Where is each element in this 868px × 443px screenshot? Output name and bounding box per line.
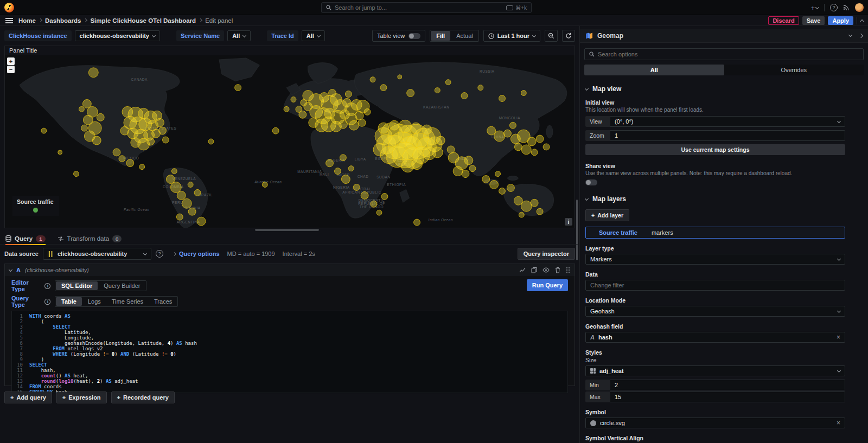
time-range-picker[interactable]: Last 1 hour — [483, 30, 540, 42]
world-map: RUSSIACANADAUNITED STATESMEXICOVENEZUELA… — [5, 55, 575, 228]
menu-icon[interactable] — [5, 18, 13, 23]
zoom-input[interactable]: 1 — [610, 130, 845, 141]
chart-icon[interactable] — [519, 267, 526, 273]
map-zoom-control: + − — [7, 57, 15, 73]
geohash-field-select[interactable]: A hash × — [585, 332, 845, 343]
query-inspector-button[interactable]: Query inspector — [518, 248, 575, 260]
query-type-label: Query Typei — [11, 295, 50, 308]
query-row-header[interactable]: A (clickhouse-observability) — [5, 264, 575, 276]
min-input[interactable]: 2 — [610, 380, 845, 390]
visualization-picker[interactable]: Geomap — [580, 29, 868, 43]
chevron-down-icon[interactable] — [848, 33, 852, 37]
trace-id-select[interactable]: All — [302, 30, 325, 41]
map-view-section-header[interactable]: Map view — [585, 85, 868, 93]
map-layers-section-header[interactable]: Map layers — [585, 195, 868, 203]
news-icon[interactable] — [843, 4, 850, 11]
actual-option[interactable]: Actual — [451, 30, 478, 41]
help-icon[interactable]: ? — [830, 4, 838, 11]
panel-header[interactable]: Panel Title — [5, 46, 575, 55]
breadcrumb-home[interactable]: Home — [18, 17, 36, 24]
layer-row-source-traffic[interactable]: Source traffic markers — [585, 227, 845, 239]
query-builder-option[interactable]: Query Builder — [98, 281, 145, 291]
global-search[interactable]: ⌘+k — [321, 2, 532, 13]
tab-query[interactable]: Query 1 — [5, 233, 46, 245]
interval: Interval = 2s — [283, 251, 315, 257]
save-button[interactable]: Save — [802, 16, 825, 25]
run-query-button[interactable]: Run Query — [527, 279, 568, 291]
query-options[interactable]: Query options MD = auto = 1909 Interval … — [173, 251, 315, 257]
grafana-logo-icon[interactable] — [4, 3, 14, 12]
search-input[interactable] — [335, 4, 503, 11]
breadcrumb-dashboards[interactable]: Dashboards — [45, 17, 81, 24]
clear-icon[interactable]: × — [837, 419, 840, 427]
chevron-down-icon — [837, 256, 841, 260]
pane-resize-handle[interactable] — [255, 229, 319, 231]
query-actions-row: +Add query +Expression +Recorded query — [4, 391, 175, 403]
collapse-icon[interactable] — [9, 267, 12, 271]
clear-icon[interactable]: × — [837, 333, 840, 341]
symbol-label: Symbol — [585, 409, 845, 415]
data-filter-select[interactable]: Change filter — [585, 280, 845, 291]
type-timeseries-option[interactable]: Time Series — [106, 297, 149, 306]
max-input[interactable]: 15 — [610, 391, 845, 402]
chevron-up-icon[interactable] — [860, 19, 864, 23]
svg-text:Pacific Ocean: Pacific Ocean — [124, 208, 149, 211]
add-query-button[interactable]: +Add query — [4, 391, 52, 403]
discard-button[interactable]: Discard — [768, 16, 799, 25]
type-logs-option[interactable]: Logs — [82, 297, 106, 306]
breadcrumb-dashboard-name[interactable]: Simple ClickHouse OTel Dashboard — [90, 17, 196, 24]
fill-option[interactable]: Fill — [431, 31, 450, 41]
map-zoom-in-button[interactable]: + — [7, 57, 15, 65]
query-type-segmented: Table Logs Time Series Traces — [55, 296, 178, 307]
toggle-switch-icon[interactable] — [409, 33, 420, 39]
copy-icon[interactable] — [531, 267, 537, 273]
user-avatar[interactable] — [855, 3, 864, 12]
apply-button[interactable]: Apply — [828, 16, 853, 25]
size-field-select[interactable]: adj_heat — [585, 365, 845, 376]
tab-transform-data[interactable]: Transform data 0 — [58, 233, 122, 245]
options-scrollbar[interactable] — [576, 200, 578, 260]
add-new-button[interactable]: + — [810, 4, 819, 12]
zoom-out-time-button[interactable] — [545, 30, 558, 42]
tab-all[interactable]: All — [584, 65, 724, 75]
eye-icon[interactable] — [542, 267, 550, 273]
map-viewport[interactable]: + − RUSSI — [5, 55, 575, 228]
type-table-option[interactable]: Table — [56, 297, 82, 306]
plus-icon: + — [117, 394, 120, 401]
options-search[interactable] — [584, 48, 864, 60]
expression-button[interactable]: +Expression — [56, 391, 107, 403]
trash-icon[interactable] — [555, 267, 560, 273]
add-layer-button[interactable]: +Add layer — [585, 209, 629, 221]
location-mode-select[interactable]: Geohash — [585, 306, 845, 317]
chevron-down-icon — [532, 33, 536, 37]
layer-type-select[interactable]: Markers — [585, 254, 845, 265]
use-current-map-settings-button[interactable]: Use current map settings — [585, 144, 845, 155]
sql-editor-option[interactable]: SQL Editor — [56, 281, 98, 290]
clickhouse-instance-select[interactable]: clickhouse-observability — [75, 30, 160, 41]
datasource-picker[interactable]: clickhouse-observability — [43, 248, 151, 260]
tab-overrides[interactable]: Overrides — [724, 65, 864, 75]
service-name-select[interactable]: All — [227, 30, 251, 41]
sql-code-editor[interactable]: 123456789101112131415 WITH coords AS ( S… — [11, 311, 568, 393]
symbol-select[interactable]: circle.svg × — [585, 418, 845, 428]
map-attribution-button[interactable]: i — [565, 218, 572, 226]
number-field-icon — [590, 368, 596, 374]
map-zoom-out-button[interactable]: − — [7, 66, 15, 73]
svg-text:MALI: MALI — [320, 172, 329, 176]
breadcrumb: Home Dashboards Simple ClickHouse OTel D… — [18, 17, 233, 24]
view-select[interactable]: (0°, 0°) — [610, 116, 845, 127]
datasource-help-icon[interactable]: ? — [156, 250, 163, 258]
share-view-toggle[interactable] — [585, 179, 597, 185]
recorded-query-button[interactable]: +Recorded query — [111, 391, 175, 403]
svg-text:MONGOLIA: MONGOLIA — [499, 116, 521, 120]
sql-code[interactable]: WITH coords AS ( SELECT Latitude, Longit… — [26, 311, 197, 393]
layer-name[interactable]: Source traffic — [599, 229, 637, 236]
table-view-toggle[interactable]: Table view — [372, 30, 425, 42]
type-traces-option[interactable]: Traces — [149, 297, 177, 306]
collapse-pane-icon[interactable] — [859, 33, 863, 37]
info-icon: i — [44, 283, 50, 289]
drag-handle-icon[interactable] — [566, 267, 570, 273]
legend-title: Source traffic — [17, 198, 54, 205]
refresh-button[interactable] — [562, 30, 575, 42]
options-search-input[interactable] — [598, 51, 859, 57]
